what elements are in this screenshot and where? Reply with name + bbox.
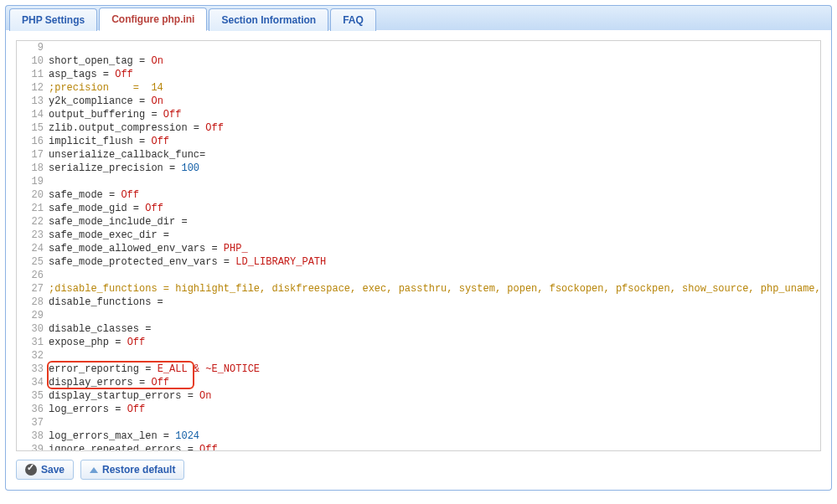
code-line[interactable]: y2k_compliance = On <box>49 95 821 108</box>
line-number: 19 <box>17 175 44 188</box>
code-line[interactable]: serialize_precision = 100 <box>49 162 821 175</box>
line-number: 36 <box>17 403 44 416</box>
tab-label: Configure php.ini <box>111 13 194 25</box>
code-line[interactable]: zlib.output_compression = Off <box>49 121 821 135</box>
tab-faq[interactable]: FAQ <box>330 8 376 31</box>
restore-default-button[interactable]: Restore default <box>80 460 184 480</box>
line-number: 34 <box>17 376 44 389</box>
code-line[interactable]: display_startup_errors = On <box>49 389 821 403</box>
editor-toolbar: Save Restore default <box>16 460 821 480</box>
line-number: 18 <box>17 162 44 175</box>
line-number: 39 <box>17 443 44 451</box>
code-line[interactable]: safe_mode_gid = Off <box>49 202 821 215</box>
tab-label: FAQ <box>343 14 364 26</box>
code-line[interactable]: log_errors_max_len = 1024 <box>49 429 821 443</box>
line-number: 21 <box>17 202 44 215</box>
line-number: 25 <box>17 255 44 269</box>
tab-php-settings[interactable]: PHP Settings <box>9 8 97 31</box>
line-number: 9 <box>17 41 44 54</box>
code-line[interactable]: disable_classes = <box>49 322 821 336</box>
code-line[interactable]: safe_mode_include_dir = <box>49 215 821 229</box>
line-number: 14 <box>17 108 44 121</box>
line-number: 27 <box>17 282 44 296</box>
code-line[interactable]: display_errors = Off <box>49 376 821 389</box>
code-line[interactable]: safe_mode_exec_dir = <box>49 229 821 242</box>
code-line[interactable]: ;precision = 14 <box>49 81 821 95</box>
tab-configure-php-ini[interactable]: Configure php.ini <box>99 8 207 31</box>
line-number: 17 <box>17 148 44 162</box>
code-line[interactable]: unserialize_callback_func= <box>49 148 821 162</box>
check-circle-icon <box>25 464 37 476</box>
line-number: 32 <box>17 349 44 363</box>
code-line[interactable] <box>49 416 821 429</box>
code-body[interactable]: short_open_tag = Onasp_tags = Off;precis… <box>49 41 821 451</box>
line-number: 12 <box>17 81 44 95</box>
code-line[interactable] <box>49 175 821 188</box>
restore-icon <box>90 467 98 473</box>
line-number: 33 <box>17 363 44 376</box>
line-number: 11 <box>17 68 44 81</box>
line-number: 22 <box>17 215 44 229</box>
code-line[interactable]: ignore_repeated_errors = Off <box>49 443 821 451</box>
line-number: 24 <box>17 242 44 255</box>
line-number: 35 <box>17 389 44 403</box>
code-line[interactable]: log_errors = Off <box>49 403 821 416</box>
tab-content: 9101112131415161718192021222324252627282… <box>5 30 832 491</box>
line-number: 15 <box>17 121 44 135</box>
line-number: 29 <box>17 309 44 322</box>
code-editor[interactable]: 9101112131415161718192021222324252627282… <box>16 40 821 451</box>
tab-section-information[interactable]: Section Information <box>209 8 328 31</box>
save-button[interactable]: Save <box>16 460 74 480</box>
code-line[interactable]: expose_php = Off <box>49 336 821 349</box>
line-number: 31 <box>17 336 44 349</box>
code-line[interactable]: implicit_flush = Off <box>49 135 821 148</box>
code-line[interactable]: safe_mode = Off <box>49 188 821 202</box>
line-number-gutter: 9101112131415161718192021222324252627282… <box>17 41 49 451</box>
code-line[interactable]: disable_functions = <box>49 296 821 309</box>
code-line[interactable] <box>49 309 821 322</box>
tab-bar: PHP Settings Configure php.ini Section I… <box>5 5 832 30</box>
code-line[interactable]: ;disable_functions = highlight_file, dis… <box>49 282 821 296</box>
code-line[interactable] <box>49 269 821 282</box>
line-number: 10 <box>17 54 44 68</box>
line-number: 20 <box>17 188 44 202</box>
code-line[interactable]: output_buffering = Off <box>49 108 821 121</box>
line-number: 37 <box>17 416 44 429</box>
code-line[interactable]: safe_mode_protected_env_vars = LD_LIBRAR… <box>49 255 821 269</box>
restore-button-label: Restore default <box>102 464 175 476</box>
code-line[interactable] <box>49 349 821 363</box>
line-number: 28 <box>17 296 44 309</box>
code-line[interactable] <box>49 41 821 54</box>
code-line[interactable]: short_open_tag = On <box>49 54 821 68</box>
save-button-label: Save <box>41 464 65 476</box>
line-number: 38 <box>17 429 44 443</box>
code-line[interactable]: asp_tags = Off <box>49 68 821 81</box>
code-line[interactable]: error_reporting = E_ALL & ~E_NOTICE <box>49 363 821 376</box>
tab-label: PHP Settings <box>22 14 85 26</box>
line-number: 23 <box>17 229 44 242</box>
line-number: 16 <box>17 135 44 148</box>
tab-label: Section Information <box>221 14 316 26</box>
line-number: 30 <box>17 322 44 336</box>
line-number: 13 <box>17 95 44 108</box>
code-line[interactable]: safe_mode_allowed_env_vars = PHP_ <box>49 242 821 255</box>
line-number: 26 <box>17 269 44 282</box>
